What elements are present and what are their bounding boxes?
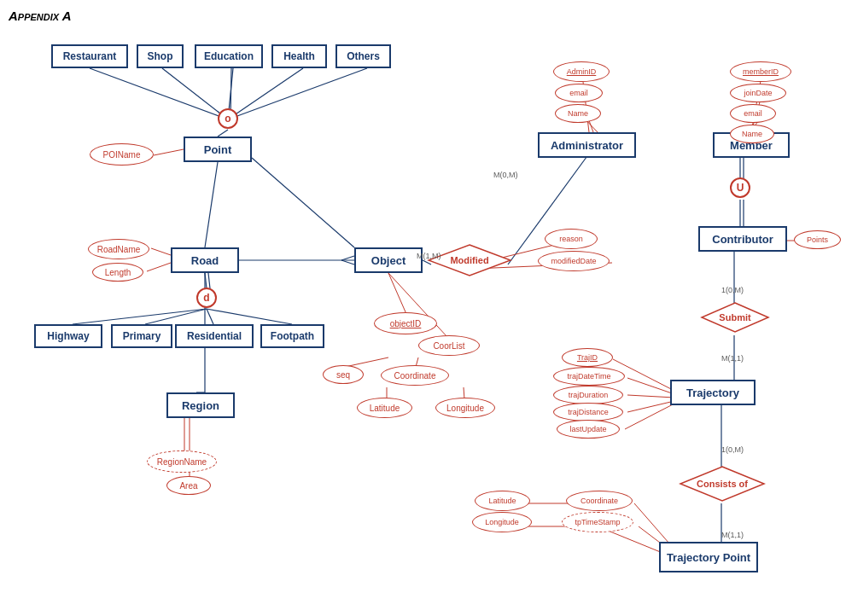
entity-administrator: Administrator [538,132,636,158]
svg-line-51 [627,395,674,398]
attr-joindate: joinDate [730,84,786,102]
svg-line-0 [90,68,228,119]
attr-longitude-obj: Longitude [435,398,495,418]
svg-line-10 [147,263,171,271]
attr-poiname: POIName [90,143,154,166]
entity-others: Others [335,44,391,68]
attr-reason: reason [545,229,598,249]
circle-u: U [730,177,750,198]
attr-trajduration: trajDuration [553,386,623,404]
entity-health: Health [271,44,327,68]
entity-road: Road [171,247,239,273]
cardinality-1-0m-submit: 1(0,M) [721,286,744,294]
attr-memberid: memberID [730,61,791,82]
cardinality-m1m: M(1,M) [417,252,441,260]
attr-latitude-obj: Latitude [357,398,412,418]
attr-lon-traj: Longitude [472,512,532,532]
attr-coordinate: Coordinate [381,365,449,386]
attr-length: Length [92,263,143,282]
page-title: Appendix A [9,9,72,23]
svg-line-25 [388,273,406,314]
attr-objectid: objectID [374,312,437,334]
svg-line-53 [625,404,674,429]
cardinality-m11-consists: M(1,1) [721,531,744,539]
svg-line-18 [341,256,354,260]
attr-adminid: AdminID [553,61,610,82]
attr-adminemail: email [555,84,603,102]
svg-line-16 [207,309,292,324]
svg-line-1 [162,68,228,119]
circle-o: o [218,108,238,129]
entity-education: Education [195,44,263,68]
attr-area: Area [166,476,211,495]
attr-memberemail: email [730,104,776,123]
entity-point: Point [184,137,252,162]
attr-lat-traj: Latitude [475,491,530,511]
attr-lastupdate: lastUpdate [557,420,620,439]
entity-highway: Highway [34,324,102,348]
attr-tptimestamp: tpTimeStamp [562,512,633,532]
svg-line-13 [73,309,207,324]
svg-line-19 [341,260,354,264]
svg-line-14 [145,309,207,324]
attr-trajid: TrajID [562,348,613,367]
attr-coord-traj: Coordinate [566,491,633,511]
relationship-modified: Modified [427,243,512,277]
attr-points: Points [794,230,841,249]
svg-line-12 [208,273,210,288]
entity-trajectory: Trajectory [670,380,756,405]
svg-line-52 [627,401,674,412]
attr-membername: Name [730,125,774,143]
entity-footpath: Footpath [260,324,324,348]
svg-line-9 [151,248,171,255]
entity-shop: Shop [137,44,184,68]
entity-primary: Primary [111,324,172,348]
attr-adminname: Name [555,104,601,123]
circle-d1: d [196,288,217,308]
diagram-container: Appendix A Restaurant Shop Education Hea… [0,0,846,616]
svg-line-8 [205,162,218,247]
relationship-submit: Submit [700,301,770,334]
attr-roadname: RoadName [88,239,149,259]
svg-line-3 [228,68,303,119]
svg-line-4 [228,68,367,119]
entity-region: Region [166,392,235,418]
entity-contributor: Contributor [698,226,787,252]
attr-modifieddate: modifiedDate [538,251,610,271]
cardinality-m0m: M(0,M) [493,171,518,179]
attr-regionname: RegionName [147,450,217,473]
attr-seq: seq [323,365,364,384]
svg-line-7 [154,149,184,155]
attr-trajdistance: trajDistance [553,403,623,421]
attr-coordlist: CoorList [418,335,480,356]
relationship-consistsof: Consists of [679,465,766,503]
cardinality-1-0m-consists: 1(0,M) [721,445,744,454]
attr-trajdatetime: trajDateTime [553,367,625,386]
svg-line-6 [218,130,228,137]
svg-line-11 [205,273,207,288]
entity-trajectorypoint: Trajectory Point [659,542,758,572]
svg-line-50 [627,378,674,394]
entity-object: Object [354,247,423,273]
svg-line-20 [252,158,354,247]
svg-line-15 [207,309,213,324]
entity-residential: Residential [175,324,254,348]
cardinality-m11-submit: M(1,1) [721,354,744,363]
entity-restaurant: Restaurant [51,44,128,68]
